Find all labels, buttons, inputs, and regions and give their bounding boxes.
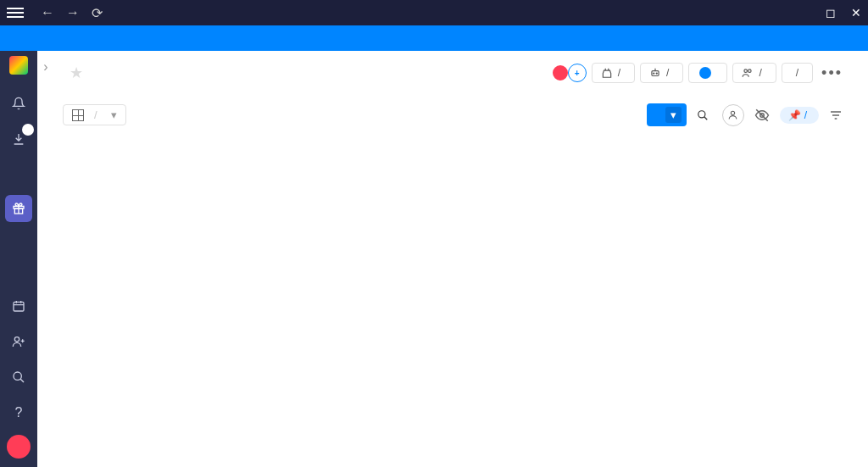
hamburger-menu-icon[interactable] [7,8,24,18]
search-button[interactable] [697,109,712,121]
calendar-icon[interactable] [5,292,32,320]
member-avatar [551,64,570,82]
favorite-star-icon[interactable]: ★ [70,64,83,82]
automations-button[interactable]: / [640,63,683,83]
chevron-down-icon: ▾ [111,108,117,121]
window-close-icon[interactable]: ✕ [851,6,861,19]
board-header: ★ + / / / / [63,51,843,86]
panel-collapse-icon[interactable]: › [37,51,54,467]
new-item-button[interactable]: ▾ [647,103,687,126]
board-members-avatars[interactable]: + [551,64,587,82]
svg-point-7 [656,73,657,74]
person-filter-icon[interactable] [722,104,744,126]
svg-rect-2 [14,302,24,311]
pinned-filters-button[interactable]: 📌/ [780,107,819,124]
hide-icon[interactable] [754,108,770,123]
chevron-down-icon[interactable]: ▾ [665,107,682,123]
user-avatar[interactable] [7,435,31,459]
nav-reload-icon[interactable]: ⟳ [92,5,103,21]
window-maximize-icon[interactable]: ◻ [826,6,836,19]
pin-icon: 📌 [788,109,801,121]
zoom-icon [699,67,711,79]
sort-icon[interactable] [829,108,843,122]
add-member-icon: + [568,64,587,82]
zoom-call-button[interactable] [688,63,727,83]
integrations-button[interactable]: / [592,63,635,83]
activities-button[interactable]: / [782,63,813,83]
help-icon[interactable]: ? [5,399,32,426]
app-logo-icon[interactable] [9,56,28,75]
notifications-icon[interactable] [5,90,32,117]
view-selector[interactable]: / ▾ [63,104,126,125]
svg-point-4 [14,372,21,380]
svg-point-6 [654,73,654,74]
nav-forward-icon[interactable]: → [66,5,80,21]
svg-point-9 [748,69,752,73]
downloads-icon[interactable] [5,125,32,153]
svg-point-3 [14,337,19,342]
left-sidebar: ? [0,51,37,467]
gift-icon[interactable] [5,195,32,222]
svg-point-11 [731,111,734,114]
nav-back-icon[interactable]: ← [41,5,54,21]
more-options-icon[interactable]: ••• [821,64,843,82]
svg-point-10 [698,110,704,117]
invite-icon[interactable] [5,328,32,355]
members-count-button[interactable]: / [732,63,776,83]
search-icon[interactable] [5,364,32,391]
email-confirm-banner [0,25,868,51]
board-toolbar: / ▾ ▾ 📌/ [63,103,843,126]
table-icon [72,109,84,121]
window-titlebar: ← → ⟳ ◻ ✕ [0,0,868,25]
svg-point-8 [744,69,748,73]
downloads-badge [22,124,34,136]
